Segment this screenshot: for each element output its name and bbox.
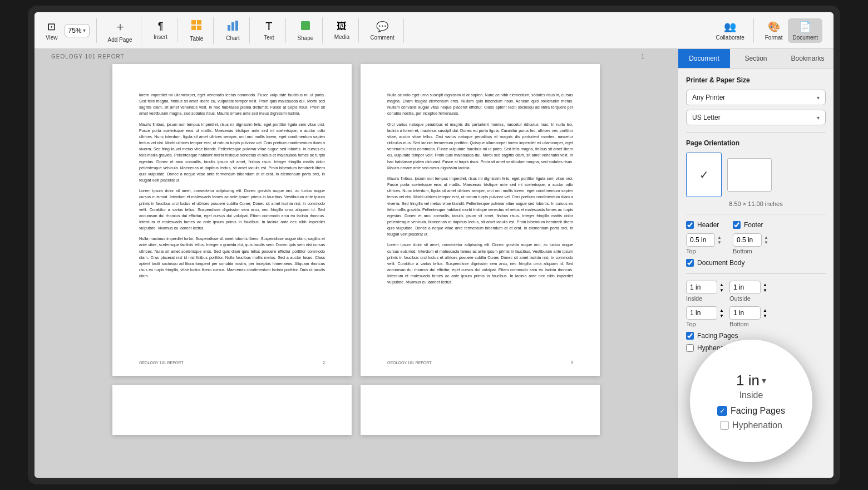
- inside-down-arrow[interactable]: ▼: [719, 288, 724, 293]
- printer-value: Any Printer: [692, 94, 725, 101]
- page-5-partial: [361, 385, 600, 435]
- insert-label: Insert: [154, 34, 167, 40]
- footer-down-arrow[interactable]: ▼: [764, 241, 768, 245]
- chart-button[interactable]: Chart: [220, 17, 245, 43]
- page-3-para3: Mauris finibus, ipsum non tempus imperdi…: [387, 175, 573, 238]
- chart-icon: [226, 19, 239, 33]
- top-down-arrow[interactable]: ▼: [719, 313, 724, 318]
- chart-label: Chart: [226, 35, 239, 41]
- insert-icon: ¶: [158, 21, 164, 32]
- tab-section[interactable]: Section: [730, 49, 782, 68]
- facing-pages-checkbox[interactable]: [686, 332, 694, 340]
- bottom-down-arrow[interactable]: ▼: [763, 313, 767, 318]
- shape-icon: [299, 19, 312, 33]
- magnify-facing-row: ✓ Facing Pages: [717, 406, 785, 416]
- view-icon: ⊡: [47, 21, 56, 33]
- magnify-facing-checkbox-icon: ✓: [717, 406, 727, 416]
- svg-rect-0: [191, 20, 196, 24]
- magnify-overlay: 1 in ▾ Inside ✓ Facing Pages Hyphenation: [690, 340, 812, 462]
- format-button[interactable]: 🎨 Format: [761, 18, 787, 43]
- printer-select[interactable]: Any Printer ▾: [686, 90, 826, 105]
- svg-rect-5: [231, 22, 234, 31]
- tab-document[interactable]: Document: [678, 49, 730, 68]
- view-button[interactable]: ⊡ View: [41, 18, 62, 43]
- bottom-label: Bottom: [729, 321, 767, 327]
- bottom-value-input[interactable]: [729, 306, 761, 320]
- media-button[interactable]: 🖼 Media: [329, 18, 354, 42]
- document-header-bar: GEOLOGY 101 REPORT 1: [51, 49, 661, 64]
- media-group: 🖼 Media: [325, 18, 359, 42]
- page-4-partial: [112, 385, 352, 435]
- top-up-arrow[interactable]: ▲: [719, 308, 724, 313]
- header-footer-section: Header 0.5 in ▲ ▼ Top: [686, 221, 826, 267]
- add-page-button[interactable]: ＋ Add Page: [103, 16, 137, 45]
- outside-value-input[interactable]: [729, 281, 761, 294]
- table-label: Table: [190, 36, 204, 42]
- header-up-arrow[interactable]: ▲: [717, 236, 722, 240]
- insert-button[interactable]: ¶ Insert: [148, 18, 172, 42]
- toolbar: ⊡ View 75% ▾ ＋ Add Page ¶ Insert: [34, 12, 834, 49]
- header-checkbox[interactable]: [686, 221, 694, 229]
- bottom-input-row: ▲ ▼: [729, 306, 767, 320]
- chart-group: Chart: [216, 17, 250, 43]
- add-page-label: Add Page: [108, 37, 132, 43]
- footer-checkbox[interactable]: [733, 221, 741, 229]
- inside-value-input[interactable]: [686, 281, 717, 294]
- document-label: Document: [792, 35, 818, 41]
- media-label: Media: [334, 34, 349, 40]
- shape-label: Shape: [297, 35, 313, 41]
- pages-row-bottom: [112, 385, 600, 435]
- page-3-footer: GEOLOGY 101 REPORT 3: [387, 360, 573, 366]
- document-button[interactable]: 📄 Document: [788, 18, 822, 43]
- portrait-orientation[interactable]: ✓: [686, 153, 722, 197]
- magnify-dropdown-arrow[interactable]: ▾: [762, 375, 766, 386]
- header-down-arrow[interactable]: ▼: [717, 241, 722, 245]
- header-checkbox-row: Header: [686, 221, 722, 229]
- bottom-up-arrow[interactable]: ▲: [763, 308, 767, 313]
- magnify-facing-label: Facing Pages: [731, 406, 785, 416]
- header-value-input[interactable]: 0.5 in: [686, 233, 715, 247]
- divider-2: [686, 214, 826, 214]
- outside-up-arrow[interactable]: ▲: [763, 282, 767, 287]
- format-group: 🎨 Format 📄 Document: [756, 18, 827, 43]
- text-label: Text: [264, 35, 274, 41]
- footer-up-arrow[interactable]: ▲: [764, 236, 768, 240]
- document-body-checkbox[interactable]: [686, 259, 694, 267]
- inside-up-arrow[interactable]: ▲: [719, 282, 724, 287]
- page-2: lorem imperdiet mi ullamcorper, eget ven…: [112, 64, 352, 376]
- footer-value-input[interactable]: 0.5 in: [733, 233, 762, 247]
- outside-label: Outside: [729, 295, 767, 302]
- header-group: Header 0.5 in ▲ ▼ Top: [686, 221, 722, 254]
- zoom-button[interactable]: 75% ▾: [65, 24, 90, 37]
- format-icon: 🎨: [768, 21, 780, 33]
- top-value-input[interactable]: [686, 306, 717, 320]
- collaborate-icon: 👥: [724, 21, 736, 33]
- comment-label: Comment: [370, 35, 394, 41]
- header-sub-label: Top: [686, 248, 722, 254]
- paper-select[interactable]: US Letter ▾: [686, 110, 826, 125]
- top-input-row: ▲ ▼: [686, 306, 724, 320]
- page-2-para2: Mauris finibus, ipsum non tempus imperdi…: [139, 121, 325, 184]
- comment-button[interactable]: 💬 Comment: [366, 18, 398, 43]
- tab-bookmarks[interactable]: Bookmarks: [782, 49, 834, 68]
- magnify-hyph-checkbox-icon: [720, 421, 729, 430]
- page-size-text: 8.50 × 11.00 inches: [686, 200, 826, 207]
- document-icon: 📄: [799, 21, 811, 33]
- text-group: T Text: [252, 18, 286, 43]
- svg-rect-7: [301, 21, 310, 30]
- laptop-frame: ⊡ View 75% ▾ ＋ Add Page ¶ Insert: [28, 6, 840, 484]
- collaborate-button[interactable]: 👥 Collaborate: [712, 18, 749, 43]
- svg-rect-2: [191, 26, 196, 30]
- magnify-value-row: 1 in ▾: [736, 372, 766, 389]
- shape-group: Shape: [288, 17, 323, 43]
- landscape-orientation[interactable]: [727, 158, 772, 192]
- outside-down-arrow[interactable]: ▼: [763, 288, 767, 293]
- table-button[interactable]: Table: [184, 17, 209, 44]
- text-button[interactable]: T Text: [257, 18, 281, 43]
- shape-button[interactable]: Shape: [293, 17, 318, 43]
- divider-3: [686, 273, 826, 274]
- printer-paper-title: Printer & Paper Size: [686, 76, 826, 84]
- svg-rect-1: [197, 20, 201, 24]
- top-label: Top: [686, 321, 724, 327]
- collaborate-group: 👥 Collaborate: [707, 18, 754, 43]
